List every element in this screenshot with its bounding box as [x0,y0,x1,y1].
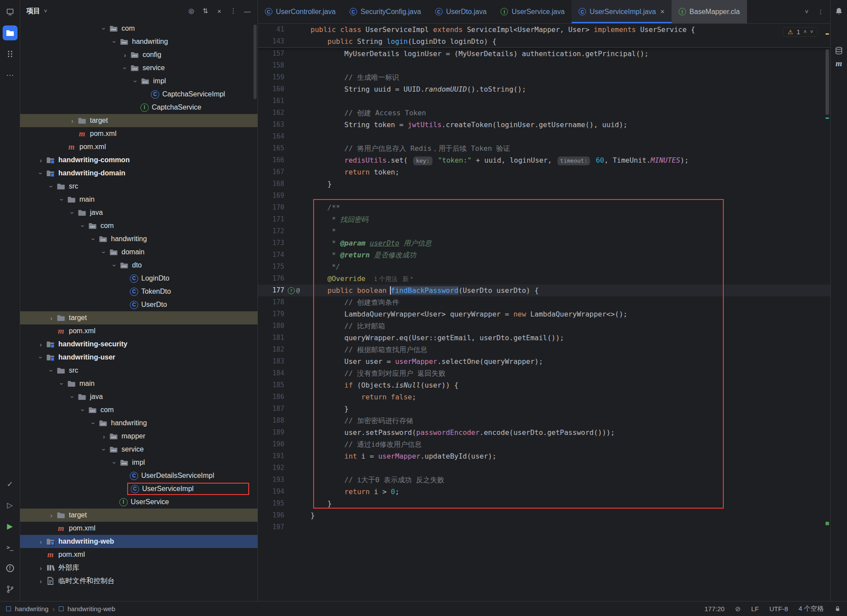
line-number[interactable]: 160 [258,83,284,95]
code-line-189[interactable]: 189 user.setPassword(passwordEncoder.enc… [258,427,830,438]
code-text[interactable]: public boolean findBackPassword(UserDto … [310,285,539,296]
line-number[interactable]: 169 [258,190,284,202]
line-number[interactable]: 143 [258,36,284,47]
code-text[interactable]: // 比对邮箱 [310,320,385,332]
code-text[interactable]: * @param userDto 用户信息 [310,237,432,249]
code-text[interactable]: // 创建查询条件 [310,296,399,308]
code-text[interactable]: /** [310,202,340,214]
tree-item-handwriting-common[interactable]: ›handwriting-common [20,153,257,167]
code-line-191[interactable]: 191 int i = userMapper.updateById(user); [258,450,830,462]
line-number[interactable]: 158 [258,60,284,71]
line-number[interactable]: 177 [258,285,284,296]
code-text[interactable]: // 生成唯一标识 [310,71,399,83]
code-text[interactable]: redisUtils.set( key: "token:" + uuid, lo… [310,154,689,166]
tree-chevron-icon[interactable]: › [36,564,46,572]
tree-item-target[interactable]: ›target [20,114,257,127]
code-text[interactable]: return token; [310,166,399,178]
gutter[interactable] [284,119,310,131]
caret-position[interactable]: 177:20 [704,605,725,612]
code-text[interactable] [310,131,311,142]
tree-chevron-icon[interactable]: › [36,170,46,177]
line-number[interactable]: 159 [258,71,284,83]
code-line-178[interactable]: 178 // 创建查询条件 [258,296,830,308]
code-line-157[interactable]: 157 MyUserDetails loginUser = (MyUserDet… [258,48,830,60]
gutter[interactable] [284,178,310,190]
code-line-180[interactable]: 180 // 比对邮箱 [258,320,830,332]
tree-item-src[interactable]: ›src [20,364,257,377]
gutter[interactable] [284,367,310,379]
tab-SecurityConfig.java[interactable]: CSecurityConfig.java [343,0,428,23]
gutter[interactable] [284,190,310,202]
code-line-173[interactable]: 173 * @param userDto 用户信息 [258,237,830,249]
gutter[interactable] [284,107,310,119]
code-line-158[interactable]: 158 [258,60,830,71]
code-line-166[interactable]: 166 redisUtils.set( key: "token:" + uuid… [258,154,830,166]
tree-chevron-icon[interactable]: › [68,393,77,401]
line-number[interactable]: 167 [258,166,284,178]
gutter[interactable] [284,427,310,438]
expand-all-icon[interactable]: ⇅ [199,4,212,18]
override-marker-icon[interactable]: ↑ [288,287,295,294]
tree-chevron-icon[interactable]: › [120,51,130,59]
line-number[interactable]: 173 [258,237,284,249]
code-text[interactable]: } [310,403,349,415]
select-opened-file-icon[interactable]: ◎ [185,4,198,18]
code-line-181[interactable]: 181 queryWrapper.eq(User::getEmail, user… [258,332,830,344]
ok-stripe-mark[interactable] [826,522,829,525]
gutter[interactable] [284,438,310,450]
gutter[interactable] [284,60,310,71]
tree-chevron-icon[interactable]: › [110,459,119,466]
tree-chevron-icon[interactable]: › [36,157,46,164]
tree-item-com[interactable]: ›com [20,219,257,232]
gutter[interactable] [284,273,310,285]
code-line-170[interactable]: 170 /** [258,202,830,214]
code-text[interactable]: return i > 0; [310,486,399,498]
code-text[interactable]: String token = jwtUtils.createToken(logi… [310,119,627,131]
code-line-163[interactable]: 163 String token = jwtUtils.createToken(… [258,119,830,131]
line-number[interactable]: 196 [258,509,284,521]
code-text[interactable]: int i = userMapper.updateById(user); [310,450,497,462]
gutter[interactable] [284,509,310,521]
tree-chevron-icon[interactable]: › [46,367,56,374]
gutter[interactable] [284,296,310,308]
tab-UserServiceImpl.java[interactable]: CUserServiceImpl.java× [572,0,672,23]
line-number[interactable]: 172 [258,225,284,237]
gutter[interactable] [284,214,310,225]
chevron-down-icon[interactable]: ˅ [44,8,47,14]
gutter[interactable] [284,332,310,344]
tree-item-dto[interactable]: ›dto [20,259,257,272]
tree-chevron-icon[interactable]: › [36,577,46,585]
line-number[interactable]: 184 [258,367,284,379]
code-text[interactable]: MyUserDetails loginUser = (MyUserDetails… [310,48,649,60]
line-ending[interactable]: LF [751,605,759,612]
breadcrumb-handwriting-web[interactable]: handwriting-web [68,605,115,612]
tree-item-handwriting[interactable]: ›handwriting [20,232,257,246]
line-number[interactable]: 190 [258,438,284,450]
gutter[interactable] [284,24,310,36]
code-line-160[interactable]: 160 String uuid = UUID.randomUUID().toSt… [258,83,830,95]
line-number[interactable]: 176 [258,273,284,285]
code-text[interactable]: // 加密密码进行存储 [310,415,413,427]
more-options-icon[interactable]: ⋮ [227,4,240,18]
warning-stripe-mark[interactable] [826,33,829,35]
code-text[interactable]: public class UserServiceImpl extends Ser… [310,24,695,36]
line-number[interactable]: 188 [258,415,284,427]
code-text[interactable]: // 将用户信息存入 Redis，用于后续 Token 验证 [310,142,510,154]
tree-chevron-icon[interactable]: › [68,117,77,125]
code-text[interactable]: } [310,509,315,521]
code-text[interactable]: } [310,498,332,509]
gutter[interactable] [284,356,310,367]
tree-item-pom.xml[interactable]: mpom.xml [20,324,257,338]
line-number[interactable]: 181 [258,332,284,344]
line-number[interactable]: 178 [258,296,284,308]
gutter[interactable] [284,71,310,83]
tree-chevron-icon[interactable]: › [99,446,109,453]
line-number[interactable]: 164 [258,131,284,142]
gutter[interactable] [284,261,310,273]
code-text[interactable]: user.setPassword(passwordEncoder.encode(… [310,427,615,438]
tree-item-main[interactable]: ›main [20,377,257,390]
terminal-icon[interactable]: >_ [3,540,18,555]
code-line-190[interactable]: 190 // 通过id修改用户信息 [258,438,830,450]
tree-item-UserServiceImpl[interactable]: CUserServiceImpl [20,482,257,495]
code-line-192[interactable]: 192 [258,462,830,474]
